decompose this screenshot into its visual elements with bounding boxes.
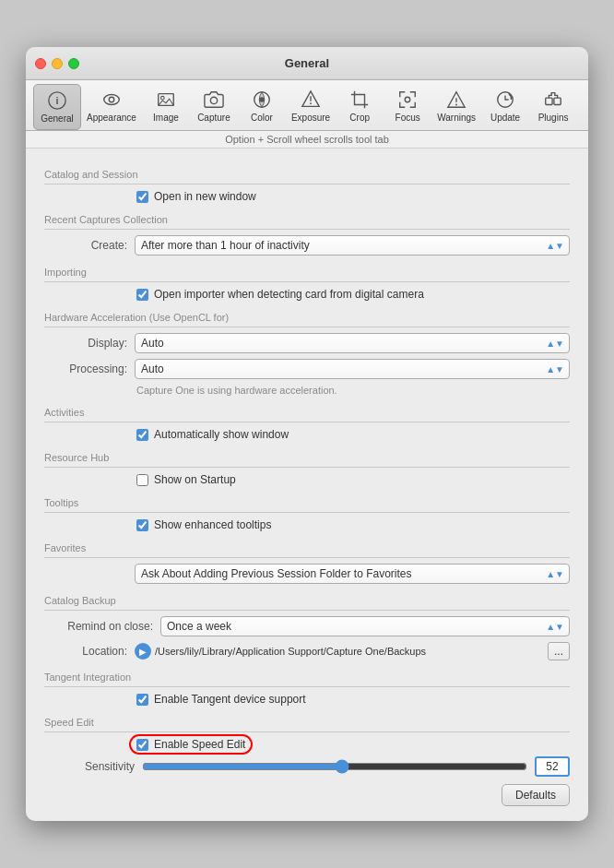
enable-speed-edit-row: Enable Speed Edit [44,738,570,751]
hint-bar: Option + Scroll wheel scrolls tool tab [26,131,588,149]
svg-point-6 [210,97,217,103]
divider-resource [44,467,570,468]
minimize-button[interactable] [52,58,63,69]
divider-favorites [44,557,570,558]
show-startup-checkbox[interactable] [136,474,148,486]
toolbar-item-focus[interactable]: Focus [384,84,431,130]
toolbar-item-capture[interactable]: Capture [190,84,238,130]
toolbar-item-appearance[interactable]: Appearance [81,84,142,130]
show-startup-row: Show on Startup [44,473,570,486]
divider-importing [44,281,570,282]
toolbar-item-general[interactable]: i General [33,84,81,130]
auto-show-checkbox[interactable] [136,429,148,441]
open-new-window-row: Open in new window [44,190,570,203]
update-icon [495,88,515,112]
toolbar-item-crop[interactable]: Crop [336,84,384,130]
svg-point-2 [104,95,120,105]
svg-point-15 [455,104,457,106]
toolbar-item-color[interactable]: Color [238,84,286,130]
processing-select[interactable]: AutoCPUGPU [135,359,570,379]
display-select[interactable]: AutoCPUGPU [135,333,570,353]
sensitivity-row: Sensitivity 52 [44,756,570,777]
enable-tangent-checkbox[interactable] [136,694,148,706]
sensitivity-label: Sensitivity [44,760,135,773]
show-enhanced-checkbox[interactable] [136,519,148,531]
toolbar-label-appearance: Appearance [87,113,136,123]
favorites-row: Ask About Adding Previous Session Folder… [44,564,570,584]
section-speed-edit-header: Speed Edit [44,717,570,728]
create-select[interactable]: After more than 1 hour of inactivity Aft… [135,235,570,256]
create-label: Create: [44,239,127,252]
svg-text:i: i [55,95,58,106]
svg-rect-4 [159,94,174,106]
toolbar: i General Appearance [26,80,588,131]
open-new-window-checkbox[interactable] [136,191,148,203]
crop-icon [349,88,370,112]
enable-speed-edit-label: Enable Speed Edit [154,738,245,751]
show-enhanced-label: Show enhanced tooltips [154,518,271,531]
toolbar-label-image: Image [153,113,179,123]
browse-button[interactable]: ... [548,642,570,660]
maximize-button[interactable] [68,58,79,69]
divider-hw [44,327,570,327]
toolbar-label-focus: Focus [396,113,420,123]
display-label: Display: [44,337,127,350]
section-tooltips-header: Tooltips [44,497,570,508]
window: General i General Appearance [26,47,588,821]
auto-show-row: Automatically show window [44,428,570,441]
display-select-wrapper: AutoCPUGPU ▲▼ [135,333,570,353]
content-area: Catalog and Session Open in new window R… [26,149,588,821]
processing-row: Processing: AutoCPUGPU ▲▼ [44,359,570,379]
display-row: Display: AutoCPUGPU ▲▼ [44,333,570,353]
favorites-select[interactable]: Ask About Adding Previous Session Folder… [135,564,570,584]
toolbar-item-plugins[interactable]: Plugins [529,84,577,130]
divider-tangent [44,686,570,687]
section-favorites-header: Favorites [44,542,570,553]
defaults-row: Defaults [44,784,570,806]
svg-point-11 [310,102,312,104]
divider-backup [44,610,570,611]
close-button[interactable] [35,58,46,69]
svg-point-12 [405,97,410,102]
location-folder-icon: ▶ [135,643,151,660]
remind-row: Remind on close: Once a week Daily Never… [44,616,570,636]
speed-edit-highlighted: Enable Speed Edit [136,738,245,751]
traffic-lights [35,58,79,69]
toolbar-item-exposure[interactable]: Exposure [286,84,336,130]
toolbar-label-update: Update [490,113,520,123]
toolbar-label-warnings: Warnings [437,113,476,123]
toolbar-label-plugins: Plugins [538,113,569,123]
focus-icon [397,88,418,112]
processing-select-wrapper: AutoCPUGPU ▲▼ [135,359,570,379]
toolbar-item-image[interactable]: Image [142,84,190,130]
toolbar-item-update[interactable]: Update [481,84,529,130]
auto-show-label: Automatically show window [154,428,289,441]
section-tangent-header: Tangent Integration [44,672,570,683]
open-importer-checkbox[interactable] [136,289,148,301]
remind-label: Remind on close: [44,620,153,633]
sensitivity-slider[interactable] [142,759,527,774]
svg-point-8 [259,97,265,102]
toolbar-label-crop: Crop [349,113,370,123]
show-enhanced-row: Show enhanced tooltips [44,518,570,531]
section-hw-header: Hardware Acceleration (Use OpenCL for) [44,312,570,323]
section-recent-header: Recent Captures Collection [44,214,570,225]
toolbar-item-warnings[interactable]: Warnings [431,84,481,130]
enable-speed-edit-checkbox[interactable] [136,739,148,751]
divider-speed-edit [44,731,570,732]
create-row: Create: After more than 1 hour of inacti… [44,235,570,256]
exposure-icon [301,88,321,112]
warnings-icon [446,88,466,112]
image-icon [156,88,176,112]
divider-recent [44,229,570,230]
defaults-button[interactable]: Defaults [502,784,570,806]
processing-label: Processing: [44,363,127,375]
remind-select[interactable]: Once a week Daily Never Always [160,616,570,636]
info-icon: i [47,89,67,113]
remind-select-wrapper: Once a week Daily Never Always ▲▼ [160,616,570,636]
svg-rect-18 [554,98,561,104]
show-startup-label: Show on Startup [154,473,236,486]
toolbar-label-capture: Capture [197,113,230,123]
sensitivity-input[interactable]: 52 [535,756,570,777]
location-row: Location: ▶ /Users/lily/Library/Applicat… [44,642,570,660]
